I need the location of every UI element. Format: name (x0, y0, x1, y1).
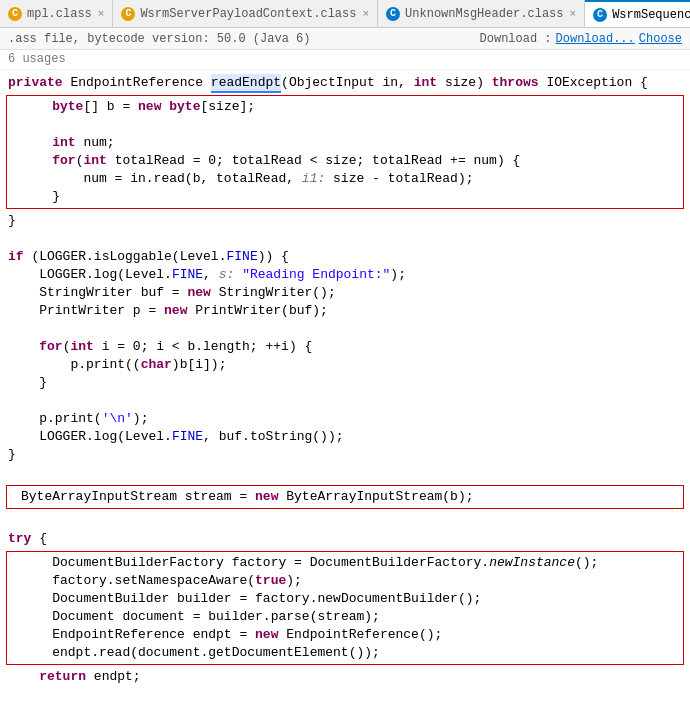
tab-unknown-msg[interactable]: C UnknownMsgHeader.class × (378, 0, 585, 28)
download-label: Download : (480, 32, 552, 46)
tab-close-unknown-msg[interactable]: × (570, 8, 577, 20)
line-bais: ByteArrayInputStream stream = new ByteAr… (13, 488, 677, 506)
info-bar: .ass file, bytecode version: 50.0 (Java … (0, 28, 690, 50)
usages-bar: 6 usages (0, 50, 690, 70)
tab-bar: C mpl.class × C WsrmServerPayloadContext… (0, 0, 690, 28)
info-bar-right: Download : Download... Choose (480, 32, 682, 46)
line-method-close-1: } (0, 212, 690, 230)
tab-wsrm-server[interactable]: C WsrmServerPayloadContext.class × (113, 0, 378, 28)
line-empty-5 (0, 464, 690, 482)
line-empty-2 (0, 230, 690, 248)
line-document: Document document = builder.parse(stream… (13, 608, 677, 626)
red-box-3: DocumentBuilderFactory factory = Documen… (6, 551, 684, 665)
line-byte-decl: byte[] b = new byte[size]; (13, 98, 677, 116)
red-box-2: ByteArrayInputStream stream = new ByteAr… (6, 485, 684, 509)
red-box-1: byte[] b = new byte[size]; int num; for(… (6, 95, 684, 209)
line-for: for(int totalRead = 0; totalRead < size;… (13, 152, 677, 170)
line-endpt-read: endpt.read(document.getDocumentElement()… (13, 644, 677, 662)
line-setnamespace: factory.setNamespaceAware(true); (13, 572, 677, 590)
code-area: private EndpointReference readEndpt(Obje… (0, 70, 690, 690)
tab-icon-impl: C (8, 7, 22, 21)
choose-link[interactable]: Choose (639, 32, 682, 46)
tab-icon-unknown-msg: C (386, 7, 400, 21)
line-stringwriter: StringWriter buf = new StringWriter(); (0, 284, 690, 302)
tab-close-impl[interactable]: × (98, 8, 105, 20)
tab-impl[interactable]: C mpl.class × (0, 0, 113, 28)
tab-wsrm-seq[interactable]: C WsrmSequenceContext.class (585, 0, 690, 28)
line-logger-log: LOGGER.log(Level.FINE, s: "Reading Endpo… (0, 266, 690, 284)
line-docbuilderfactory: DocumentBuilderFactory factory = Documen… (13, 554, 677, 572)
tab-label-wsrm-server: WsrmServerPayloadContext.class (140, 7, 356, 21)
line-empty-4 (0, 392, 690, 410)
line-for-i: for(int i = 0; i < b.length; ++i) { (0, 338, 690, 356)
line-p-print: p.print((char)b[i]); (0, 356, 690, 374)
line-for-i-close: } (0, 374, 690, 392)
line-if-close: } (0, 446, 690, 464)
download-link[interactable]: Download... (556, 32, 635, 46)
tab-label-wsrm-seq: WsrmSequenceContext.class (612, 8, 690, 22)
tab-icon-wsrm-server: C (121, 7, 135, 21)
line-return: return endpt; (0, 668, 690, 686)
line-if-logger: if (LOGGER.isLoggable(Level.FINE)) { (0, 248, 690, 266)
line-int-num: int num; (13, 134, 677, 152)
line-docbuilder: DocumentBuilder builder = factory.newDoc… (13, 590, 677, 608)
line-printwriter: PrintWriter p = new PrintWriter(buf); (0, 302, 690, 320)
line-for-close: } (13, 188, 677, 206)
line-empty-6 (0, 512, 690, 530)
line-p-println: p.print('\n'); (0, 410, 690, 428)
line-try: try { (0, 530, 690, 548)
tab-label-unknown-msg: UnknownMsgHeader.class (405, 7, 563, 21)
line-endpointref: EndpointReference endpt = new EndpointRe… (13, 626, 677, 644)
code-line-signature: private EndpointReference readEndpt(Obje… (0, 74, 690, 92)
tab-close-wsrm-server[interactable]: × (362, 8, 369, 20)
line-empty-1 (13, 116, 677, 134)
line-num-read: num = in.read(b, totalRead, i1: size - t… (13, 170, 677, 188)
tab-icon-wsrm-seq: C (593, 8, 607, 22)
bytecode-info: .ass file, bytecode version: 50.0 (Java … (8, 32, 310, 46)
tab-label-impl: mpl.class (27, 7, 92, 21)
line-empty-3 (0, 320, 690, 338)
usages-count: 6 usages (8, 52, 66, 66)
line-logger-log-2: LOGGER.log(Level.FINE, buf.toString()); (0, 428, 690, 446)
